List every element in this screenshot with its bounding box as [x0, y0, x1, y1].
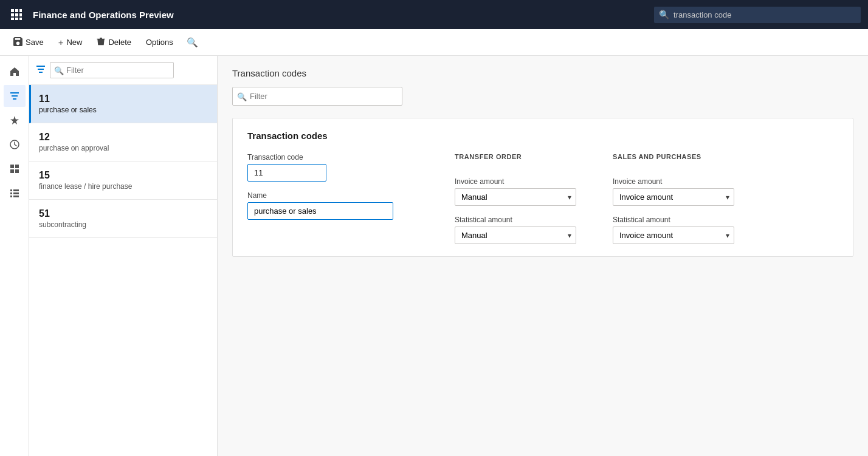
- list-filter-input[interactable]: [50, 62, 174, 78]
- nav-home-button[interactable]: [4, 61, 26, 83]
- transfer-statistical-amount-select[interactable]: Manual Invoice amount Zero: [455, 226, 576, 244]
- name-group: Name: [247, 191, 393, 220]
- sections-row: TRANSFER ORDER Invoice amount Manual Inv…: [455, 153, 734, 244]
- list-item-name: purchase on approval: [39, 144, 207, 152]
- list-item-code: 11: [39, 94, 207, 104]
- svg-rect-10: [12, 95, 18, 97]
- svg-rect-0: [11, 9, 14, 12]
- options-label: Options: [146, 38, 173, 47]
- list-item[interactable]: 15 finance lease / hire purchase: [29, 162, 217, 200]
- transfer-order-title: TRANSFER ORDER: [455, 153, 576, 160]
- detail-filter-icon: 🔍: [237, 92, 247, 101]
- transaction-code-label: Transaction code: [247, 153, 393, 162]
- svg-rect-23: [36, 66, 45, 67]
- list-item-name: subcontracting: [39, 220, 207, 229]
- list-filter-icon: [36, 65, 45, 75]
- list-item[interactable]: 11 purchase or sales: [29, 85, 217, 123]
- svg-rect-14: [15, 165, 19, 168]
- svg-rect-6: [11, 18, 14, 20]
- list-filter-wrap: 🔍: [50, 62, 210, 78]
- svg-rect-3: [11, 13, 14, 16]
- svg-rect-16: [15, 169, 19, 173]
- svg-rect-4: [15, 13, 18, 16]
- delete-icon: [97, 37, 105, 48]
- svg-rect-19: [10, 192, 12, 194]
- global-search-wrap: 🔍: [654, 7, 861, 23]
- app-title: Finance and Operations Preview: [33, 10, 647, 20]
- name-input[interactable]: [247, 202, 393, 220]
- svg-rect-1: [15, 9, 18, 12]
- sales-purchases-title: SALES AND PURCHASES: [613, 153, 734, 160]
- global-search-icon: 🔍: [659, 10, 669, 19]
- list-panel: 🔍 11 purchase or sales 12 purchase on ap…: [29, 56, 218, 456]
- detail-filter-input[interactable]: [232, 87, 402, 106]
- sales-statistical-amount-select-wrap: Manual Invoice amount Zero ▾: [613, 226, 734, 244]
- icon-sidebar: [0, 56, 29, 456]
- name-label: Name: [247, 191, 393, 200]
- global-search-input[interactable]: [654, 7, 861, 23]
- sales-invoice-amount-label: Invoice amount: [613, 177, 734, 186]
- nav-grid-button[interactable]: [4, 158, 26, 180]
- svg-rect-17: [10, 189, 12, 191]
- svg-rect-11: [13, 98, 16, 100]
- svg-rect-22: [13, 196, 19, 197]
- list-filter-search-icon: 🔍: [54, 66, 64, 75]
- list-item-code: 51: [39, 208, 207, 219]
- svg-rect-25: [39, 72, 43, 73]
- detail-panel: Transaction codes 🔍 Transaction codes Tr…: [218, 56, 868, 456]
- sales-statistical-amount-label: Statistical amount: [613, 216, 734, 224]
- top-bar: Finance and Operations Preview 🔍: [0, 0, 868, 29]
- list-panel-filter-row: 🔍: [29, 56, 217, 85]
- new-icon: +: [58, 37, 64, 47]
- waffle-menu[interactable]: [7, 9, 26, 20]
- svg-rect-15: [10, 169, 14, 173]
- basic-fields-col: Transaction code Name: [247, 153, 393, 220]
- list-item[interactable]: 51 subcontracting: [29, 200, 217, 238]
- sales-statistical-amount-select[interactable]: Manual Invoice amount Zero: [613, 226, 734, 244]
- svg-rect-24: [38, 69, 44, 70]
- svg-rect-5: [19, 13, 22, 16]
- transfer-invoice-amount-label: Invoice amount: [455, 177, 576, 186]
- toolbar-search-button[interactable]: 🔍: [187, 37, 198, 48]
- new-label: New: [66, 38, 82, 47]
- transfer-statistical-amount-group: Statistical amount Manual Invoice amount…: [455, 216, 576, 244]
- transfer-invoice-amount-select[interactable]: Manual Invoice amount Zero: [455, 188, 576, 206]
- svg-rect-7: [15, 18, 18, 20]
- detail-form-row: Transaction code Name TRANSFER ORDER: [247, 153, 838, 244]
- nav-list-button[interactable]: [4, 182, 26, 204]
- sales-statistical-amount-group: Statistical amount Manual Invoice amount…: [613, 216, 734, 244]
- list-item[interactable]: 12 purchase on approval: [29, 123, 217, 162]
- main-layout: 🔍 11 purchase or sales 12 purchase on ap…: [0, 56, 868, 456]
- delete-button[interactable]: Delete: [91, 34, 137, 51]
- svg-rect-9: [10, 92, 19, 94]
- list-item-code: 15: [39, 170, 207, 181]
- toolbar: Save + New Delete Options 🔍: [0, 29, 868, 56]
- sales-invoice-amount-select[interactable]: Manual Invoice amount Zero: [613, 188, 734, 206]
- svg-rect-21: [10, 196, 12, 197]
- sales-invoice-amount-select-wrap: Manual Invoice amount Zero ▾: [613, 188, 734, 206]
- page-title: Transaction codes: [232, 68, 853, 78]
- svg-rect-2: [19, 9, 22, 12]
- detail-card: Transaction codes Transaction code Name: [232, 118, 853, 257]
- options-button[interactable]: Options: [140, 35, 179, 50]
- save-icon: [13, 37, 22, 48]
- nav-filter-button[interactable]: [4, 85, 26, 107]
- save-label: Save: [26, 38, 44, 47]
- transfer-order-section: TRANSFER ORDER Invoice amount Manual Inv…: [455, 153, 576, 244]
- save-button[interactable]: Save: [7, 34, 50, 51]
- transfer-invoice-amount-select-wrap: Manual Invoice amount Zero ▾: [455, 188, 576, 206]
- detail-filter-wrap: 🔍: [232, 87, 853, 106]
- nav-star-button[interactable]: [4, 109, 26, 131]
- new-button[interactable]: + New: [52, 34, 89, 50]
- list-item-name: purchase or sales: [39, 106, 207, 114]
- sales-purchases-section: SALES AND PURCHASES Invoice amount Manua…: [613, 153, 734, 244]
- svg-rect-18: [13, 189, 19, 191]
- list-items: 11 purchase or sales 12 purchase on appr…: [29, 85, 217, 456]
- card-title: Transaction codes: [247, 131, 838, 141]
- transaction-code-input[interactable]: [247, 164, 326, 182]
- list-item-code: 12: [39, 132, 207, 143]
- svg-rect-13: [10, 165, 14, 168]
- delete-label: Delete: [108, 38, 131, 47]
- list-item-name: finance lease / hire purchase: [39, 182, 207, 191]
- nav-clock-button[interactable]: [4, 134, 26, 155]
